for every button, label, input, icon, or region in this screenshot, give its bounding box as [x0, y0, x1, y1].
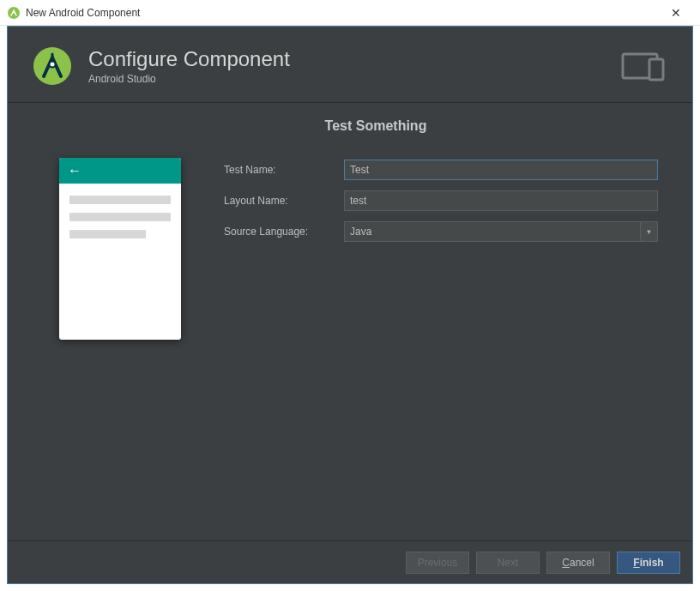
back-arrow-icon: ← — [68, 163, 81, 178]
dropdown-arrow-icon: ▼ — [640, 222, 657, 241]
device-preview-icon — [620, 49, 668, 83]
form: Test Name: Test Layout Name: test Source… — [224, 158, 658, 252]
titlebar: New Android Component ✕ — [0, 0, 700, 26]
test-name-input[interactable]: Test — [344, 160, 658, 180]
phone-content-placeholder — [59, 184, 181, 259]
phone-mock: ← — [59, 158, 181, 340]
header-text: Configure Component Android Studio — [88, 47, 620, 85]
form-row-source-language: Source Language: Java ▼ — [224, 221, 658, 242]
template-preview: ← — [59, 158, 181, 340]
window-title: New Android Component — [26, 7, 659, 19]
test-name-label: Test Name: — [224, 164, 344, 176]
form-row-layout-name: Layout Name: test — [224, 190, 658, 211]
layout-name-value: test — [350, 195, 366, 207]
dialog-body: Configure Component Android Studio Test … — [7, 26, 693, 584]
svg-point-1 — [13, 11, 15, 13]
header-subtitle: Android Studio — [88, 73, 620, 85]
android-studio-logo-icon — [32, 45, 73, 87]
finish-label: Finish — [633, 557, 663, 569]
content-row: ← Test Name: Test — [42, 158, 658, 340]
source-language-label: Source Language: — [224, 226, 344, 238]
dialog-footer: Previous Next Cancel Finish — [8, 540, 692, 583]
phone-appbar: ← — [59, 158, 181, 184]
layout-name-input[interactable]: test — [344, 190, 658, 211]
cancel-button[interactable]: Cancel — [546, 552, 610, 574]
dialog-window: New Android Component ✕ Configure Compon… — [0, 0, 700, 591]
test-name-value: Test — [350, 164, 369, 176]
header-title: Configure Component — [88, 47, 620, 71]
layout-name-label: Layout Name: — [224, 195, 344, 207]
next-label: Next — [498, 557, 519, 569]
svg-point-3 — [50, 62, 56, 68]
svg-rect-6 — [649, 59, 663, 80]
cancel-label: Cancel — [562, 557, 594, 569]
previous-label: Previous — [418, 557, 458, 569]
close-button[interactable]: ✕ — [659, 1, 693, 25]
next-button[interactable]: Next — [476, 552, 540, 574]
dialog-content: Test Something ← — [8, 103, 692, 540]
placeholder-line — [69, 230, 146, 238]
source-language-value: Java — [350, 226, 371, 238]
placeholder-line — [69, 196, 171, 204]
source-language-select[interactable]: Java ▼ — [344, 221, 658, 242]
dialog-header: Configure Component Android Studio — [8, 27, 692, 103]
android-studio-icon — [7, 6, 21, 20]
section-title: Test Something — [42, 118, 658, 134]
finish-button[interactable]: Finish — [617, 552, 680, 574]
form-row-test-name: Test Name: Test — [224, 160, 658, 180]
previous-button[interactable]: Previous — [406, 552, 469, 574]
placeholder-line — [69, 213, 171, 221]
